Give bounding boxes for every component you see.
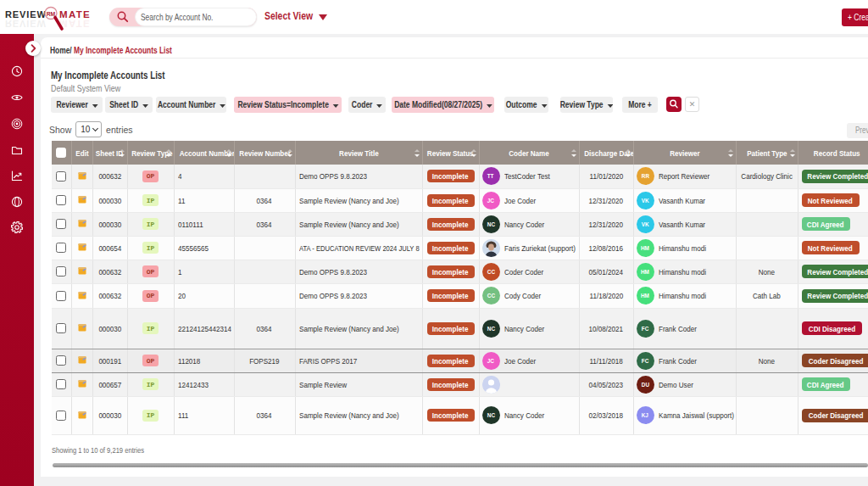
svg-text:RM: RM	[47, 11, 56, 17]
